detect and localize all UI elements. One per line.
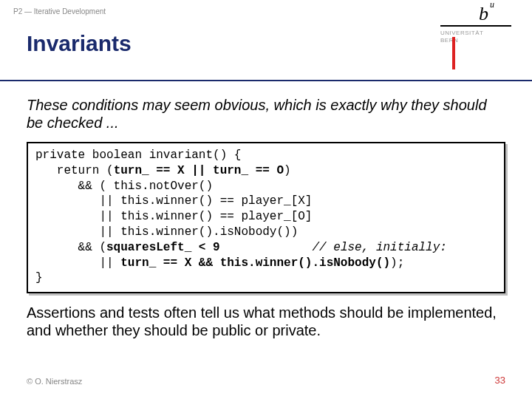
intro-text: These conditions may seem obvious, which…: [27, 96, 505, 132]
page-title: Invariants: [27, 31, 132, 56]
code-block: private boolean invariant() { return (tu…: [27, 142, 505, 293]
content-area: These conditions may seem obvious, which…: [27, 96, 505, 339]
logo-university-text: UNIVERSITÄT: [440, 30, 519, 36]
footer-copyright: © O. Nierstrasz: [27, 377, 82, 386]
red-accent-bar: [452, 37, 455, 69]
breadcrumb: P2 — Iterative Development: [13, 7, 106, 16]
outro-text: Assertions and tests often tell us what …: [27, 304, 505, 339]
logo-letter: bu: [479, 4, 519, 24]
logo-divider: [440, 25, 511, 27]
footer-page-number: 33: [495, 375, 505, 386]
title-divider: [0, 80, 532, 81]
